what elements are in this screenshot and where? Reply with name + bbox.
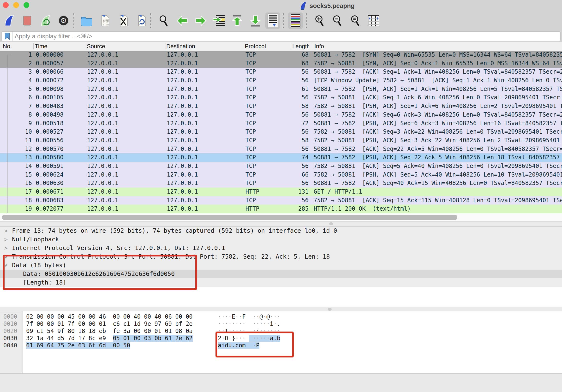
hex-row[interactable]: 000002 00 00 00 45 00 00 46 00 00 40 00 …	[0, 313, 562, 320]
column-header-destination[interactable]: Destination	[166, 42, 195, 51]
column-header-info[interactable]: Info	[314, 42, 324, 51]
packet-row[interactable]: 160.000630127.0.0.1127.0.0.1TCP5650881 →…	[0, 179, 562, 188]
open-capture-button[interactable]	[79, 12, 94, 29]
cell-proto: TCP	[246, 93, 256, 102]
resize-columns-button[interactable]	[366, 12, 381, 29]
packet-row[interactable]: 150.000624127.0.0.1127.0.0.1TCP667582 → …	[0, 171, 562, 179]
packet-row[interactable]: 60.000105127.0.0.1127.0.0.1TCP567582 → 5…	[0, 93, 562, 102]
cell-time: 0.000057	[36, 59, 64, 68]
hex-row[interactable]: 00107f 00 00 01 7f 00 00 01 c6 c1 1d 9e …	[0, 320, 562, 327]
packet-row[interactable]: 70.000483127.0.0.1127.0.0.1TCP587582 → 5…	[0, 102, 562, 111]
packet-row[interactable]: 30.000066127.0.0.1127.0.0.1TCP5650881 → …	[0, 68, 562, 76]
stop-capture-button[interactable]	[20, 12, 35, 29]
cell-proto: TCP	[246, 145, 256, 153]
detail-row[interactable]: Data: 050100030b612e62616964752e636f6d00…	[0, 270, 562, 278]
go-first-packet-button[interactable]	[230, 12, 245, 29]
column-divider[interactable]	[244, 43, 244, 49]
close-capture-button[interactable]	[116, 12, 131, 29]
packet-row[interactable]: 20.000057127.0.0.1127.0.0.1TCP687582 → 5…	[0, 59, 562, 68]
hex-row[interactable]: 004061 69 64 75 2e 63 6f 6d 00 50aidu.co…	[0, 342, 562, 349]
cell-len: 56	[264, 76, 309, 85]
column-header-source[interactable]: Source	[87, 42, 105, 51]
go-to-packet-button[interactable]	[211, 12, 226, 29]
packet-row[interactable]: 80.000498127.0.0.1127.0.0.1TCP5650881 → …	[0, 111, 562, 119]
packet-details-pane: >Frame 13: 74 bytes on wire (592 bits), …	[0, 227, 562, 307]
cell-no: 11	[0, 136, 32, 145]
hex-ascii[interactable]: ····E··F ··@·@···	[218, 313, 280, 320]
packet-row[interactable]: 190.072077127.0.0.1127.0.0.1HTTP285HTTP/…	[0, 205, 562, 213]
pane-splitter-list-details[interactable]	[0, 221, 562, 227]
packet-row[interactable]: 10.000000127.0.0.1127.0.0.1TCP6850881 → …	[0, 51, 562, 59]
packet-row[interactable]: 130.000580127.0.0.1127.0.0.1TCP7450881 →…	[0, 153, 562, 162]
display-filter-input[interactable]	[13, 32, 560, 40]
hex-bytes[interactable]: 02 00 00 00 45 00 00 46 00 00 40 00 40 0…	[26, 313, 193, 320]
disclosure-chevron-icon[interactable]: >	[4, 235, 8, 244]
column-header-time[interactable]: Time	[35, 42, 47, 51]
auto-scroll-toggle[interactable]	[265, 12, 280, 29]
close-window-button[interactable]	[3, 2, 9, 8]
packet-row[interactable]: 180.000683127.0.0.1127.0.0.1TCP567582 → …	[0, 196, 562, 205]
zoom-in-button[interactable]	[312, 12, 327, 29]
hex-ascii[interactable]: aidu.com ·P	[218, 342, 259, 349]
wireshark-fin-button[interactable]	[2, 12, 17, 29]
detail-row[interactable]: >Data (18 bytes)	[0, 261, 562, 270]
column-divider[interactable]	[291, 43, 291, 49]
pane-splitter-details-bytes[interactable]	[0, 307, 562, 311]
hex-ascii[interactable]: ········ ·····i·.	[218, 320, 280, 327]
column-divider[interactable]	[86, 43, 86, 49]
hex-bytes[interactable]: 61 69 64 75 2e 63 6f 6d 00 50	[26, 342, 130, 349]
detail-row[interactable]: >Frame 13: 74 bytes on wire (592 bits), …	[0, 227, 562, 235]
detail-row[interactable]: >Transmission Control Protocol, Src Port…	[0, 252, 562, 261]
cell-len: 74	[264, 153, 309, 162]
hex-ascii[interactable]: 2·D·}··· ·····a.b	[218, 335, 280, 342]
column-header-protocol[interactable]: Protocol	[245, 42, 266, 51]
packet-row[interactable]: 110.000556127.0.0.1127.0.0.1TCP587582 → …	[0, 136, 562, 145]
go-last-packet-button[interactable]	[248, 12, 263, 29]
packet-row[interactable]: 100.000527127.0.0.1127.0.0.1TCP567582 → …	[0, 128, 562, 136]
capture-options-button[interactable]: ⚙	[56, 12, 71, 29]
reload-capture-button[interactable]	[134, 12, 149, 29]
hex-bytes[interactable]: 32 1a 44 d5 7d 17 8c e9 05 01 00 03 0b 6…	[26, 335, 193, 342]
disclosure-chevron-icon[interactable]: >	[4, 244, 8, 252]
packet-row[interactable]: 140.000591127.0.0.1127.0.0.1TCP567582 → …	[0, 162, 562, 171]
cell-no: 7	[0, 102, 32, 111]
hscrollbar-thumb[interactable]	[2, 215, 457, 220]
splitter-grip-icon	[329, 222, 333, 225]
packet-row[interactable]: 40.000072127.0.0.1127.0.0.1TCP56[TCP Win…	[0, 76, 562, 85]
go-back-button[interactable]	[175, 12, 190, 29]
disclosure-chevron-icon[interactable]: >	[4, 227, 8, 235]
column-header-no[interactable]: No.	[3, 42, 12, 51]
hex-bytes[interactable]: 09 c1 54 9f 80 18 18 eb fe 3a 00 00 01 0…	[26, 327, 193, 335]
column-header-length[interactable]: Length	[292, 42, 309, 51]
hex-bytes[interactable]: 7f 00 00 01 7f 00 00 01 c6 c1 1d 9e 97 6…	[26, 320, 193, 327]
packet-row[interactable]: 90.000518127.0.0.1127.0.0.1TCP7250881 → …	[0, 119, 562, 128]
zoom-out-button[interactable]	[330, 12, 345, 29]
cell-no: 18	[0, 196, 32, 205]
hex-ascii[interactable]: ··T····· ·:······	[218, 327, 280, 335]
window-chrome: socks5.pcapng ⚙	[0, 0, 562, 42]
packet-row[interactable]: 120.000570127.0.0.1127.0.0.1TCP5650881 →…	[0, 145, 562, 153]
find-packet-button[interactable]	[156, 12, 171, 29]
column-divider[interactable]	[312, 43, 312, 49]
disclosure-chevron-icon[interactable]: >	[4, 252, 8, 261]
packet-row[interactable]: 50.000098127.0.0.1127.0.0.1TCP6150881 → …	[0, 85, 562, 93]
hex-row[interactable]: 002009 c1 54 9f 80 18 18 eb fe 3a 00 00 …	[0, 327, 562, 335]
filter-bookmark-button[interactable]	[2, 32, 13, 41]
zoom-reset-button[interactable]	[348, 12, 363, 29]
go-forward-button[interactable]	[193, 12, 208, 29]
column-divider[interactable]	[33, 43, 34, 49]
colorize-toggle[interactable]	[288, 12, 303, 29]
save-capture-button[interactable]: 01010 01101 01110	[98, 12, 113, 29]
detail-row[interactable]: [Length: 18]	[0, 278, 562, 287]
cell-src: 127.0.0.1	[87, 51, 118, 59]
restart-capture-button[interactable]	[38, 12, 53, 29]
fullscreen-window-button[interactable]	[23, 2, 29, 8]
detail-row[interactable]: >Internet Protocol Version 4, Src: 127.0…	[0, 244, 562, 252]
disclosure-chevron-icon[interactable]: >	[2, 264, 10, 267]
column-divider[interactable]	[165, 43, 166, 49]
hex-row[interactable]: 003032 1a 44 d5 7d 17 8c e9 05 01 00 03 …	[0, 335, 562, 342]
cell-dst: 127.0.0.1	[167, 128, 198, 136]
minimize-window-button[interactable]	[13, 2, 19, 8]
detail-row[interactable]: >Null/Loopback	[0, 235, 562, 244]
packet-row[interactable]: 170.000671127.0.0.1127.0.0.1HTTP131GET /…	[0, 188, 562, 196]
